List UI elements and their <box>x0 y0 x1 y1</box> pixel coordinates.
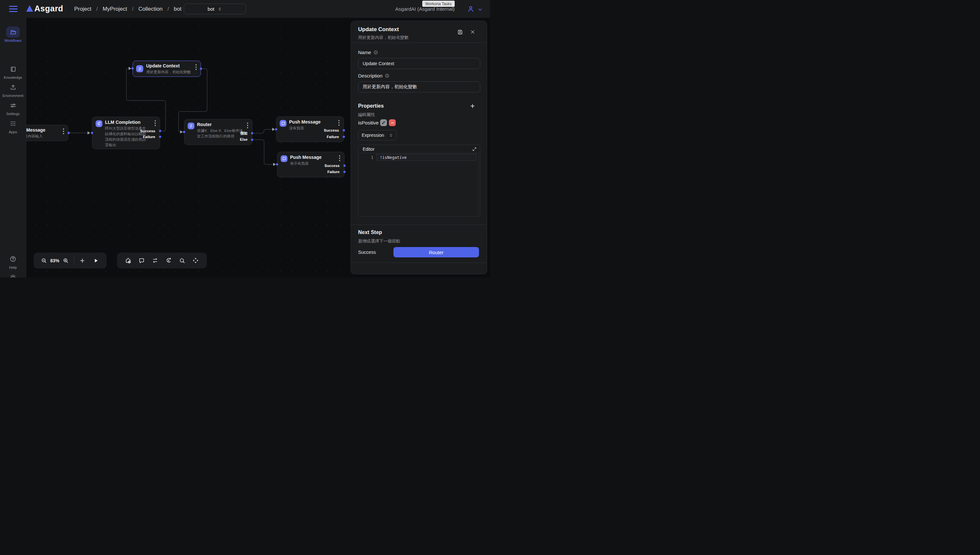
node-description: 表示有負面 <box>290 161 309 166</box>
properties-title: Properties <box>358 103 384 109</box>
delete-property-button[interactable] <box>389 119 396 126</box>
node-description: 依據If、Else If、Else條件決定工作流程執行的路徑 <box>197 128 246 139</box>
workflow-select[interactable]: bot <box>184 3 246 14</box>
upload-icon <box>10 84 16 91</box>
node-message[interactable]: Message 息內容輸入 <box>26 125 68 141</box>
zoom-level: 83% <box>50 258 59 263</box>
pencil-icon <box>381 120 386 125</box>
port-label-success: Success <box>324 128 339 132</box>
port-dot[interactable] <box>159 130 162 132</box>
chat-bubble-icon <box>280 120 287 127</box>
sidebar-item-settings[interactable]: Settings <box>0 100 26 116</box>
port-dot[interactable] <box>183 131 186 133</box>
hamburger-menu-icon[interactable] <box>9 6 18 12</box>
save-icon[interactable] <box>457 29 463 35</box>
node-title: Update Context <box>146 63 179 68</box>
description-input[interactable] <box>358 81 480 92</box>
zoom-in-icon[interactable] <box>62 257 69 263</box>
sidebar-item-workflows[interactable]: Workflows <box>0 27 26 42</box>
minus-icon <box>391 121 394 125</box>
port-label-if: 假如 <box>240 131 248 136</box>
expand-icon[interactable] <box>472 147 477 151</box>
port-dot[interactable] <box>251 139 253 141</box>
chevron-updown-icon <box>218 7 222 11</box>
run-workflow-icon[interactable] <box>93 258 99 263</box>
kebab-menu-icon[interactable] <box>63 128 64 134</box>
search-icon[interactable] <box>179 257 186 264</box>
port-dot[interactable] <box>68 132 70 134</box>
sliders-icon <box>10 102 16 109</box>
node-push-message-1[interactable]: Push Message 沒有負面 Success Failure <box>276 116 344 142</box>
port-dot[interactable] <box>275 128 277 131</box>
breadcrumb-project[interactable]: Project <box>74 6 91 12</box>
breadcrumb-bot[interactable]: bot <box>174 6 181 12</box>
expression-code: !isNegative <box>377 155 407 160</box>
node-router[interactable]: Router 依據If、Else If、Else條件決定工作流程執行的路徑 假如… <box>184 119 253 145</box>
port-dot[interactable] <box>343 136 345 138</box>
workona-tasks-chip[interactable]: Workona Tasks <box>422 1 455 7</box>
swap-node-icon[interactable] <box>152 257 159 264</box>
port-dot[interactable] <box>159 136 162 138</box>
user-icon[interactable] <box>467 5 474 13</box>
port-dot[interactable] <box>200 68 202 70</box>
node-title: LLM Completion <box>105 120 141 125</box>
node-llm-completion[interactable]: LLM Completion 呼叫大型語言模型並產生結構化的資料輸出以輔助流程的… <box>92 117 160 149</box>
edit-property-button[interactable] <box>380 119 387 126</box>
top-bar: Asgard Project / MyProject / Collection … <box>0 0 490 18</box>
port-label-failure: Failure <box>143 135 155 139</box>
name-label: Name <box>358 50 378 55</box>
message-node-icon[interactable] <box>138 257 145 264</box>
node-title: Message <box>26 127 45 133</box>
port-dot[interactable] <box>343 129 345 132</box>
kebab-menu-icon[interactable] <box>195 64 197 70</box>
next-step-target-button[interactable]: Router <box>394 247 479 257</box>
chevron-updown-icon <box>389 133 393 138</box>
llm-node-icon[interactable] <box>165 257 172 264</box>
chevron-down-icon[interactable] <box>477 7 483 12</box>
node-push-message-2[interactable]: Push Message 表示有負面 Success Failure <box>277 152 344 177</box>
port-dot[interactable] <box>91 132 93 134</box>
swap-arrows-icon <box>136 65 143 72</box>
add-node-icon[interactable] <box>79 258 85 263</box>
trigger-node-icon[interactable] <box>125 257 131 264</box>
toolbar-divider <box>74 257 74 265</box>
kebab-menu-icon[interactable] <box>339 155 340 161</box>
kebab-menu-icon[interactable] <box>338 120 339 126</box>
name-input[interactable] <box>358 58 480 69</box>
book-icon <box>10 66 16 73</box>
next-step-port-label: Success <box>358 250 376 255</box>
panel-subtitle: 用於更新內容，初始化變數 <box>358 35 409 40</box>
kebab-menu-icon[interactable] <box>247 122 248 128</box>
panel-title: Update Context <box>358 26 399 33</box>
auto-layout-icon[interactable] <box>192 257 199 264</box>
port-label-failure: Failure <box>327 170 339 174</box>
close-icon[interactable] <box>470 29 475 34</box>
kebab-menu-icon[interactable] <box>155 120 156 126</box>
gear-icon <box>10 274 16 278</box>
port-dot[interactable] <box>251 132 253 135</box>
editor-scrollbar[interactable] <box>478 154 479 215</box>
next-step-subtitle: 新增或選擇下一個節點 <box>358 238 400 244</box>
edge-arrow-icon <box>88 67 276 166</box>
sidebar-item-knowledge[interactable]: Knowledge <box>0 64 26 79</box>
node-description: 息內容輸入 <box>26 133 43 139</box>
chat-bubble-icon <box>281 155 287 162</box>
port-dot[interactable] <box>344 171 346 173</box>
property-type-select[interactable]: Expression <box>358 130 397 140</box>
sidebar-item-workspace[interactable]: Workspace <box>0 272 26 278</box>
breadcrumb-myproject[interactable]: MyProject <box>103 6 127 12</box>
sidebar-item-help[interactable]: Help <box>0 253 26 269</box>
port-dot[interactable] <box>344 165 346 167</box>
node-update-context[interactable]: Update Context 用於更新內容，初始化變數 <box>133 61 201 77</box>
sidebar-item-apps[interactable]: Apps <box>0 118 26 134</box>
port-dot[interactable] <box>276 164 279 166</box>
property-name: isPositive <box>358 120 378 125</box>
zoom-out-icon[interactable] <box>41 257 47 263</box>
sidebar: Workflows Knowledge Environment Settings… <box>0 18 26 278</box>
add-property-button[interactable]: + <box>470 102 475 110</box>
sidebar-item-environment[interactable]: Environment <box>0 82 26 98</box>
code-current-line[interactable]: !isNegative <box>376 154 476 161</box>
breadcrumb-collection[interactable]: Collection <box>138 6 163 12</box>
port-dot[interactable] <box>131 67 134 70</box>
asgard-logo-icon <box>26 5 34 12</box>
